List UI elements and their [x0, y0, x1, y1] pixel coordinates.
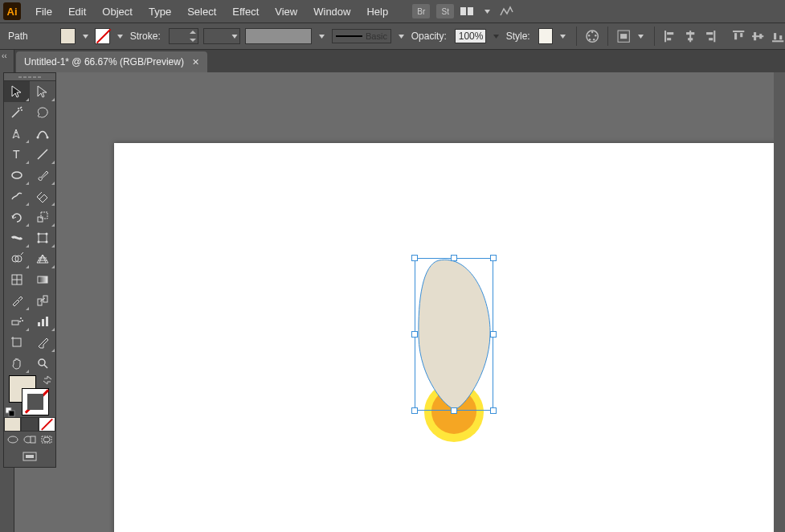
arrange-documents-button[interactable]	[460, 6, 475, 17]
shaper-tool[interactable]	[4, 186, 30, 207]
fill-swatch[interactable]	[60, 28, 76, 44]
type-tool[interactable]: T	[4, 144, 30, 165]
svg-rect-0	[460, 7, 466, 15]
zoom-tool[interactable]	[30, 353, 55, 374]
screen-mode-button[interactable]	[22, 451, 38, 464]
handle-tm[interactable]	[451, 255, 457, 261]
draw-behind-button[interactable]	[22, 434, 38, 445]
tab-close-icon[interactable]: ✕	[192, 57, 199, 68]
graphic-style-dropdown[interactable]	[558, 28, 568, 44]
shape-builder-tool[interactable]	[4, 248, 30, 269]
bridge-button[interactable]: Br	[412, 4, 430, 18]
color-mode-button[interactable]	[4, 417, 21, 432]
menu-view[interactable]: View	[267, 2, 305, 21]
menu-help[interactable]: Help	[358, 2, 396, 21]
artboard[interactable]	[114, 143, 785, 532]
swap-fill-stroke-icon[interactable]	[43, 375, 52, 385]
graphic-style-swatch[interactable]	[538, 28, 554, 44]
align-vcenter-button[interactable]	[750, 29, 765, 43]
align-hcenter-button[interactable]	[683, 29, 697, 43]
slice-tool[interactable]	[30, 332, 55, 353]
selection-tool[interactable]	[4, 81, 30, 102]
gradient-tool[interactable]	[30, 269, 55, 290]
align-left-button[interactable]	[663, 29, 677, 43]
align-top-button[interactable]	[731, 29, 746, 43]
default-fill-stroke-icon[interactable]	[6, 407, 15, 417]
column-graph-tool[interactable]	[30, 311, 55, 332]
fill-dropdown[interactable]	[80, 28, 91, 44]
stroke-dropdown[interactable]	[115, 28, 125, 44]
lasso-tool[interactable]	[30, 102, 55, 123]
stroke-weight-field[interactable]	[169, 28, 198, 44]
brush-name-dropdown[interactable]	[396, 28, 407, 44]
opacity-label: Opacity:	[411, 31, 447, 42]
draw-normal-button[interactable]	[6, 434, 21, 445]
menu-effect[interactable]: Effect	[224, 2, 267, 21]
width-tool[interactable]	[4, 227, 30, 248]
vertical-scrollbar[interactable]	[774, 72, 785, 532]
menu-select[interactable]: Select	[179, 2, 224, 21]
menu-object[interactable]: Object	[94, 2, 141, 21]
menu-edit[interactable]: Edit	[60, 2, 94, 21]
curvature-tool[interactable]	[30, 123, 55, 144]
stroke-indicator[interactable]	[22, 388, 49, 415]
stroke-swatch[interactable]	[95, 28, 110, 44]
direct-selection-tool[interactable]	[30, 81, 55, 102]
menu-window[interactable]: Window	[305, 2, 358, 21]
align-to-dropdown[interactable]	[636, 28, 647, 44]
align-right-button[interactable]	[702, 29, 717, 43]
eyedropper-tool[interactable]	[4, 290, 30, 311]
eraser-tool[interactable]	[30, 186, 55, 207]
handle-bl[interactable]	[411, 407, 418, 414]
control-bar: Path Stroke: Basic Opacity: 100% Style:	[0, 23, 785, 50]
svg-rect-35	[41, 212, 47, 219]
none-mode-button[interactable]	[39, 417, 55, 432]
arrange-documents-dropdown[interactable]	[481, 3, 493, 19]
brush-definition-dropdown[interactable]	[317, 28, 327, 44]
tools-panel-grip[interactable]	[4, 73, 55, 81]
brush-name-field[interactable]: Basic	[332, 29, 391, 43]
svg-rect-12	[667, 38, 671, 40]
pen-tool[interactable]	[4, 123, 30, 144]
stock-button[interactable]: St	[436, 4, 454, 18]
handle-tl[interactable]	[411, 255, 418, 261]
opacity-dropdown[interactable]	[491, 28, 501, 44]
gpu-performance-icon[interactable]	[499, 6, 513, 17]
handle-tr[interactable]	[490, 255, 497, 261]
free-transform-tool[interactable]	[30, 227, 55, 248]
perspective-grid-tool[interactable]	[30, 248, 55, 269]
svg-rect-24	[759, 34, 762, 39]
svg-rect-20	[734, 33, 737, 39]
menu-type[interactable]: Type	[141, 2, 179, 21]
svg-line-61	[44, 365, 47, 368]
handle-br[interactable]	[490, 407, 497, 414]
blend-tool[interactable]	[30, 290, 55, 311]
variable-width-profile[interactable]	[203, 28, 240, 44]
ellipse-tool[interactable]	[4, 165, 30, 186]
rotate-tool[interactable]	[4, 207, 30, 227]
gradient-mode-button[interactable]	[21, 417, 38, 432]
line-segment-tool[interactable]	[30, 144, 55, 165]
document-tab[interactable]: Untitled-1* @ 66.67% (RGB/Preview) ✕	[16, 51, 207, 72]
symbol-sprayer-tool[interactable]	[4, 311, 30, 332]
svg-point-40	[46, 241, 48, 243]
handle-ml[interactable]	[411, 331, 418, 338]
recolor-artwork-button[interactable]	[585, 29, 599, 43]
mesh-tool[interactable]	[4, 269, 30, 290]
align-bottom-button[interactable]	[771, 29, 785, 43]
selection-bounding-box[interactable]	[415, 258, 493, 411]
hand-tool[interactable]	[4, 353, 30, 374]
opacity-field[interactable]: 100%	[455, 29, 486, 43]
align-to-button[interactable]	[616, 29, 631, 43]
handle-mr[interactable]	[490, 331, 497, 338]
canvas-area[interactable]	[14, 72, 785, 532]
paintbrush-tool[interactable]	[30, 165, 55, 186]
artboard-tool[interactable]	[4, 332, 30, 353]
menu-file[interactable]: File	[27, 2, 60, 21]
magic-wand-tool[interactable]	[4, 102, 30, 123]
handle-bm[interactable]	[451, 407, 457, 414]
scale-tool[interactable]	[30, 207, 55, 227]
fill-stroke-indicator[interactable]	[4, 374, 55, 417]
draw-inside-button[interactable]	[39, 434, 54, 445]
svg-point-53	[19, 321, 21, 322]
